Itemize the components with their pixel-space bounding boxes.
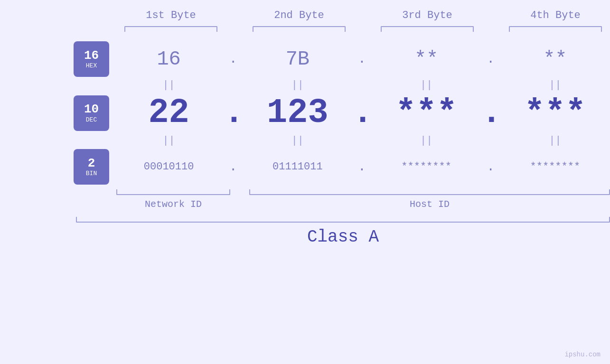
eq1-b3: || — [372, 79, 481, 91]
hex-b3: ** — [414, 48, 438, 71]
hex-b4: ** — [543, 48, 567, 71]
bin-dot2: . — [353, 159, 372, 174]
bin-b4: ******** — [530, 161, 581, 173]
byte4-header: 4th Byte — [501, 9, 610, 21]
bin-badge: 2 BIN — [74, 149, 109, 185]
eq-row-2: || || || || — [74, 135, 610, 147]
eq2-b1: || — [114, 135, 224, 147]
bin-row: 2 BIN 00010110 . 01111011 . ******** . *… — [74, 149, 610, 185]
main-container: 1st Byte 2nd Byte 3rd Byte 4th Byte 16 H… — [0, 0, 610, 364]
hex-base-num: 16 — [84, 49, 99, 63]
hex-dot1: . — [224, 52, 243, 66]
dec-b2: 123 — [267, 93, 328, 132]
hex-b1: 16 — [157, 48, 180, 71]
eq1-b1: || — [114, 79, 224, 91]
bracket-byte2 — [253, 26, 346, 32]
dec-dot1: . — [224, 96, 243, 130]
dec-row: 10 DEC 22 . 123 . *** . *** — [74, 93, 610, 132]
watermark: ipshu.com — [564, 351, 601, 358]
dec-base-num: 10 — [84, 103, 99, 116]
bin-dot1: . — [224, 159, 243, 174]
hex-values: 16 . 7B . ** . ** — [114, 48, 610, 71]
byte-headers: 1st Byte 2nd Byte 3rd Byte 4th Byte — [0, 0, 610, 21]
hex-row: 16 HEX 16 . 7B . ** . ** — [74, 41, 610, 77]
network-id-label: Network ID — [116, 199, 230, 210]
host-id-label: Host ID — [249, 199, 610, 210]
hex-base-label: HEX — [86, 62, 97, 69]
byte1-header: 1st Byte — [116, 9, 225, 21]
eq-row-1: || || || || — [74, 79, 610, 91]
byte3-header: 3rd Byte — [373, 9, 482, 21]
bottom-brackets — [76, 189, 610, 195]
bin-dot3: . — [481, 159, 500, 174]
bin-b2: 01111011 — [272, 161, 323, 173]
bin-values: 00010110 . 01111011 . ******** . *******… — [114, 159, 610, 174]
bottom-section: Network ID Host ID Class A — [0, 189, 610, 247]
dec-b1: 22 — [148, 93, 189, 132]
bin-base-num: 2 — [88, 157, 95, 170]
eq1-b2: || — [243, 79, 352, 91]
bracket-byte1 — [124, 26, 217, 32]
eq2-b2: || — [243, 135, 352, 147]
bin-base-label: BIN — [86, 170, 97, 177]
hex-dot3: . — [481, 52, 500, 66]
eq2-b3: || — [372, 135, 481, 147]
dec-badge: 10 DEC — [74, 95, 109, 131]
network-bracket — [116, 189, 230, 195]
hex-section: 16 HEX 16 . 7B . ** . ** || || || || — [0, 41, 610, 185]
dec-values: 22 . 123 . *** . *** — [114, 93, 610, 132]
host-bracket — [249, 189, 610, 195]
top-brackets — [0, 26, 610, 32]
hex-badge: 16 HEX — [74, 41, 109, 77]
hex-b2: 7B — [286, 48, 310, 71]
dec-b4: *** — [525, 93, 586, 132]
dec-b3: *** — [395, 93, 457, 132]
bin-b3: ******** — [401, 161, 451, 173]
byte2-header: 2nd Byte — [244, 9, 354, 21]
bracket-byte4 — [509, 26, 602, 32]
bottom-labels: Network ID Host ID — [76, 199, 610, 210]
eq1-b4: || — [500, 79, 610, 91]
bin-b1: 00010110 — [144, 161, 194, 173]
dec-dot3: . — [481, 96, 500, 130]
hex-dot2: . — [353, 52, 372, 66]
full-bottom-bracket — [76, 217, 610, 223]
dec-dot2: . — [353, 96, 372, 130]
class-label: Class A — [76, 227, 610, 247]
bracket-byte3 — [381, 26, 474, 32]
dec-base-label: DEC — [86, 116, 97, 123]
eq2-b4: || — [500, 135, 610, 147]
